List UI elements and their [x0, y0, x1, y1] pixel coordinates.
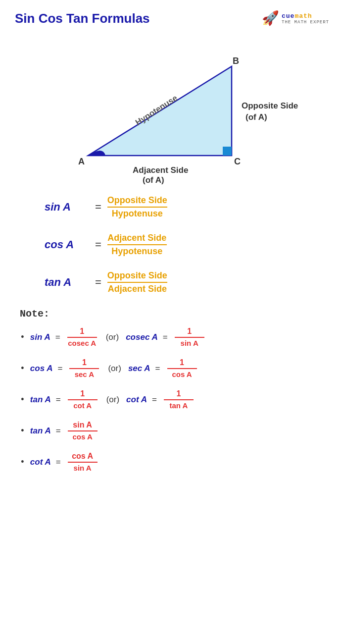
bullet-3: •: [20, 395, 25, 405]
formulas-section: sin A = Opposite Side Hypotenuse cos A =…: [45, 195, 329, 294]
formula-row-sin: sin A = Opposite Side Hypotenuse: [45, 195, 329, 219]
logo-text: cuemath: [282, 12, 329, 20]
cos-denominator: Hypotenuse: [107, 245, 167, 257]
tan-fraction: Opposite Side Adjacent Side: [107, 270, 167, 294]
note-cot-den: tan A: [164, 400, 194, 410]
tan-equals: =: [95, 276, 101, 289]
note-section: Note: • sin A = 1 cosec A (or) cosec A =…: [20, 308, 329, 472]
note-sin-den: cosec A: [67, 338, 97, 347]
sin-equals: =: [95, 201, 101, 214]
formula-row-cos: cos A = Adjacent Side Hypotenuse: [45, 233, 329, 257]
note-cot2-eq: =: [56, 457, 61, 467]
triangle-svg: A C B Hypotenuse Opposite Side (of A) Ad…: [49, 37, 296, 180]
note-tan-frac: 1 cot A: [68, 389, 98, 410]
note-cosec-eq: =: [163, 332, 168, 342]
logo: 🚀 cuemath THE MATH EXPERT: [262, 10, 329, 27]
cos-numerator: Adjacent Side: [107, 233, 167, 245]
sin-fraction: Opposite Side Hypotenuse: [107, 195, 167, 219]
note-tan-lhs: tan A: [30, 395, 51, 405]
note-sec-frac: 1 cos A: [167, 358, 197, 378]
note-sin-or: (or): [106, 332, 119, 342]
note-cot2-den: sin A: [68, 463, 98, 472]
bullet-4: •: [20, 426, 25, 436]
logo-sub: THE MATH EXPERT: [282, 20, 329, 25]
note-cot-eq: =: [152, 395, 157, 405]
rocket-icon: 🚀: [262, 10, 279, 27]
note-cot-frac: 1 tan A: [164, 389, 194, 410]
note-tan2-eq: =: [56, 426, 61, 436]
cos-lhs: cos A: [45, 238, 89, 251]
note-cosec-lhs: cosec A: [126, 332, 158, 342]
note-sec-num: 1: [167, 358, 197, 369]
tan-denominator: Adjacent Side: [107, 283, 167, 294]
sin-numerator: Opposite Side: [107, 195, 167, 208]
note-item-cot: • cot A = cos A sin A: [20, 452, 329, 472]
page-header: Sin Cos Tan Formulas 🚀 cuemath THE MATH …: [15, 10, 329, 27]
note-cos-num: 1: [69, 358, 99, 369]
svg-text:A: A: [78, 157, 85, 166]
note-item-cos: • cos A = 1 sec A (or) sec A = 1 cos A: [20, 358, 329, 378]
formula-row-tan: tan A = Opposite Side Adjacent Side: [45, 270, 329, 294]
bullet-1: •: [20, 332, 25, 342]
bullet-5: •: [20, 457, 25, 467]
note-tan2-lhs: tan A: [30, 426, 51, 436]
cos-fraction: Adjacent Side Hypotenuse: [107, 233, 167, 257]
note-cot2-num: cos A: [68, 452, 98, 463]
note-tan-den: cot A: [68, 400, 98, 410]
note-cosec-frac: 1 sin A: [175, 327, 204, 347]
note-cos-eq: =: [57, 364, 62, 374]
sin-lhs: sin A: [45, 201, 89, 214]
tan-numerator: Opposite Side: [107, 270, 167, 283]
note-item-tan: • tan A = 1 cot A (or) cot A = 1 tan A: [20, 389, 329, 410]
svg-text:(of A): (of A): [246, 112, 267, 122]
note-item-tan2: • tan A = sin A cos A: [20, 421, 329, 441]
note-sin-num: 1: [67, 327, 97, 338]
note-sec-eq: =: [155, 364, 160, 374]
logo-image: 🚀 cuemath THE MATH EXPERT: [262, 10, 329, 27]
note-label: Note:: [20, 308, 329, 320]
note-sec-lhs: sec A: [128, 364, 150, 374]
note-cos-lhs: cos A: [30, 364, 53, 374]
note-cot2-frac: cos A sin A: [68, 452, 98, 472]
svg-text:Opposite Side: Opposite Side: [242, 101, 298, 110]
sin-denominator: Hypotenuse: [107, 208, 167, 219]
note-sin-frac: 1 cosec A: [67, 327, 97, 347]
cos-equals: =: [95, 238, 101, 251]
note-sin-lhs: sin A: [30, 332, 50, 342]
triangle-diagram: A C B Hypotenuse Opposite Side (of A) Ad…: [15, 37, 329, 180]
note-cosec-num: 1: [175, 327, 204, 338]
note-tan-num: 1: [68, 389, 98, 400]
note-cos-or: (or): [108, 364, 121, 374]
page-title: Sin Cos Tan Formulas: [15, 11, 150, 26]
note-tan-or: (or): [106, 395, 119, 405]
svg-rect-1: [223, 147, 232, 156]
note-cot-num: 1: [164, 389, 194, 400]
svg-text:C: C: [234, 157, 241, 166]
note-cosec-den: sin A: [175, 338, 204, 347]
tan-lhs: tan A: [45, 276, 89, 289]
note-cot-lhs: cot A: [126, 395, 147, 405]
note-tan2-frac: sin A cos A: [68, 421, 98, 441]
note-cos-den: sec A: [69, 369, 99, 378]
svg-text:(of A): (of A): [143, 175, 164, 185]
bullet-2: •: [20, 364, 25, 374]
note-tan-eq: =: [56, 395, 61, 405]
note-item-sin: • sin A = 1 cosec A (or) cosec A = 1 sin…: [20, 327, 329, 347]
svg-text:Adjacent Side: Adjacent Side: [133, 165, 188, 175]
note-tan2-den: cos A: [68, 431, 98, 441]
note-sin-eq: =: [55, 332, 60, 342]
note-tan2-num: sin A: [68, 421, 98, 431]
note-cos-frac: 1 sec A: [69, 358, 99, 378]
note-sec-den: cos A: [167, 369, 197, 378]
note-cot2-lhs: cot A: [30, 457, 51, 467]
svg-text:B: B: [233, 56, 239, 66]
